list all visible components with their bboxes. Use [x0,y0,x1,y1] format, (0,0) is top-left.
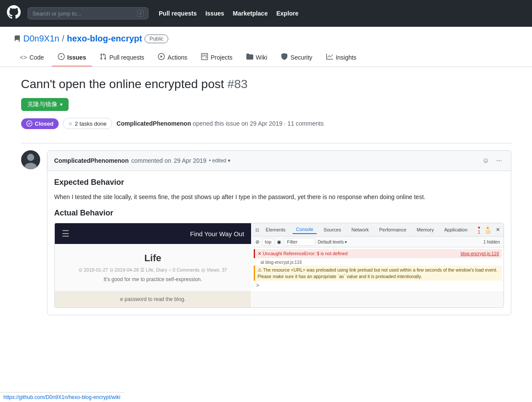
emoji-button[interactable]: ☺ [481,155,491,166]
password-prompt: e password to read the blog. [55,291,251,307]
devtools-block-icon: ⊘ [255,239,259,245]
blog-excerpt: It's good for me to practice self-expres… [63,276,242,282]
tab-actions[interactable]: Actions [152,49,193,66]
edited-chevron: ▾ [228,158,230,164]
devtools-body: ✕ Uncaught ReferenceError: $ is not defi… [252,247,504,291]
devtools-url-bar[interactable]: top [262,238,274,246]
devtools-header: ⊡ Elements Console Sources Network Perfo… [252,223,504,237]
devtools-console-tab[interactable]: Console [293,225,317,234]
tab-code[interactable]: <> Code [14,49,50,66]
devtools-network-tab[interactable]: Network [348,226,372,234]
breadcrumb-separator: / [62,34,64,44]
nav-pull-requests[interactable]: Pull requests [159,10,197,17]
comment-author[interactable]: ComplicatedPhenomenon [54,157,129,164]
tab-security-label: Security [290,54,312,61]
issue-title-text: Cann't open the online encrypted post [21,77,224,91]
closed-label: Closed [35,120,54,127]
actual-behavior-title: Actual Behavior [54,209,504,218]
warning-line: ⚠ The resource <URL> was preloaded using… [254,266,502,281]
tab-navigation: <> Code Issues Pull requests [14,49,518,66]
closed-icon [26,120,32,127]
issue-action: opened this issue on [193,120,250,127]
search-box[interactable]: / [28,7,148,19]
clone-button-label: 克隆与镜像 [27,101,57,108]
top-navigation: / Pull requests Issues Marketplace Explo… [0,0,532,27]
divider [21,143,511,143]
issue-number: #83 [227,77,248,91]
tab-security[interactable]: Security [275,49,318,66]
devtools-sources-tab[interactable]: Sources [320,226,344,234]
prompt-arrow: > [254,282,502,289]
edited-label[interactable]: • edited ▾ [209,158,230,164]
error-file-link[interactable]: blog-encrypt.js:116 [461,250,499,257]
blog-header: ☰ Find Your Way Out [55,223,251,244]
hamburger-icon: ☰ [62,228,69,239]
comment-header-left: ComplicatedPhenomenon commented on 29 Ap… [54,157,230,164]
search-input[interactable] [32,10,134,17]
comment-section: ComplicatedPhenomenon commented on 29 Ap… [21,150,511,315]
error-icon: ✕ [258,251,261,256]
nav-explore[interactable]: Explore [276,10,298,17]
tab-code-label: Code [29,54,44,61]
repo-icon [14,35,21,42]
issue-comment-count: 11 comments [287,120,324,127]
comment-header: ComplicatedPhenomenon commented on 29 Ap… [47,151,511,171]
github-logo [7,5,21,22]
code-icon: <> [20,54,27,61]
tasks-label: 2 tasks done [75,120,107,127]
svg-point-1 [27,154,34,161]
nav-marketplace[interactable]: Marketplace [233,10,268,17]
devtools-icon: ⊡ [255,228,259,232]
top-nav-links: Pull requests Issues Marketplace Explore [159,10,299,17]
clone-button[interactable]: 克隆与镜像 ▾ [21,98,69,111]
issue-author[interactable]: ComplicatedPhenomenon [116,120,191,127]
tab-projects[interactable]: Projects [195,49,239,66]
devtools-application-tab[interactable]: Application [441,226,471,234]
chevron-down-icon: ▾ [60,101,63,108]
issue-title: Cann't open the online encrypted post #8… [21,77,511,91]
repo-name-link[interactable]: hexo-blog-encrypt [67,34,142,44]
tab-pr-label: Pull requests [109,54,144,61]
comment-header-right: ☺ ··· [481,155,504,166]
devtools-performance-tab[interactable]: Performance [376,226,410,234]
warning-icon: ⚠ [258,267,262,272]
slash-key: / [137,10,144,17]
password-prompt-text: e password to read the blog. [120,296,185,302]
error-location: at blog-encrypt.js:116 [254,259,502,266]
tab-wiki[interactable]: Wiki [240,49,273,66]
blog-screenshot: ☰ Find Your Way Out Life ⊙ 2018-01-27 ⊙ … [55,223,251,307]
blog-meta: ⊙ 2018-01-27 ⊙ 2019-04-28 ☰ Life, Diary … [63,267,242,273]
issue-comments: · [284,120,287,127]
devtools-memory-tab[interactable]: Memory [413,226,438,234]
devtools-screenshot: ⊡ Elements Console Sources Network Perfo… [252,223,504,307]
comment-action: commented on [131,157,171,164]
error-count: ● 1 [478,225,480,234]
actions-icon [158,53,165,61]
devtools-elements-tab[interactable]: Elements [262,226,289,234]
blog-title: Find Your Way Out [190,230,244,237]
screenshot-container: ☰ Find Your Way Out Life ⊙ 2018-01-27 ⊙ … [54,223,504,308]
edited-text: • edited [209,158,226,164]
issues-icon [58,53,65,61]
devtools-eye-icon: ◉ [277,239,281,245]
tab-issues[interactable]: Issues [52,49,92,66]
security-icon [281,53,288,61]
more-options-button[interactable]: ··· [494,155,504,166]
tasks-badge: ○ 2 tasks done [63,118,112,129]
breadcrumb: D0n9X1n / hexo-blog-encrypt Public [14,34,518,44]
main-content: Cann't open the online encrypted post #8… [7,67,525,326]
devtools-filter[interactable]: Filter [284,238,315,246]
tab-insights[interactable]: Insights [320,49,362,66]
issue-meta: ComplicatedPhenomenon opened this issue … [116,120,324,127]
devtools-default-levels[interactable]: Default levels ▾ [318,240,347,244]
issue-date: 29 Apr 2019 [250,120,283,127]
close-icon: ✕ [496,227,500,233]
tab-pull-requests[interactable]: Pull requests [94,49,150,66]
owner-link[interactable]: D0n9X1n [23,34,59,44]
blog-post-title: Life [63,253,242,264]
tab-issues-label: Issues [67,54,86,61]
tab-wiki-label: Wiki [256,54,267,61]
tasks-circle-icon: ○ [69,120,72,127]
pr-icon [100,53,107,61]
nav-issues[interactable]: Issues [205,10,224,17]
